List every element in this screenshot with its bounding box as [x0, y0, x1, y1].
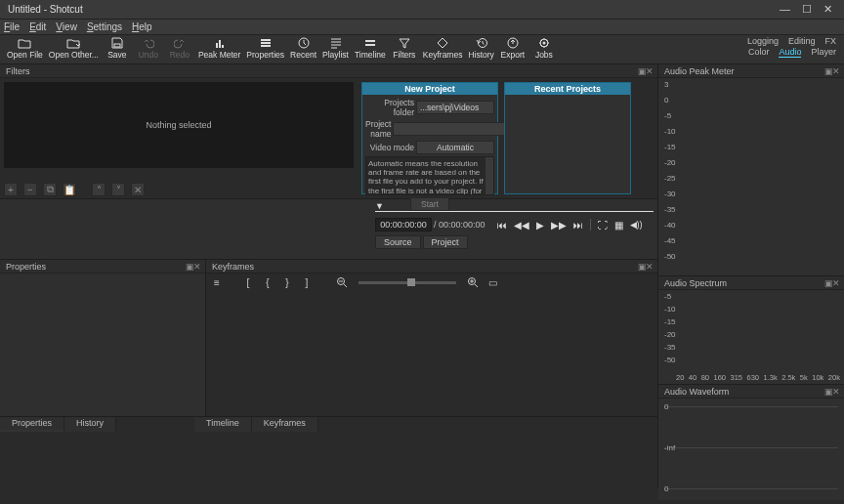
toolbar-history-button[interactable]: History: [465, 36, 496, 60]
grid-button[interactable]: ▦: [614, 220, 623, 231]
toolbar-save-button[interactable]: Save: [102, 36, 133, 60]
peak-scale-label: -5: [664, 111, 676, 120]
window-maximize[interactable]: ☐: [802, 3, 812, 16]
zoom-slider[interactable]: [359, 281, 456, 284]
keyframe-last[interactable]: }: [280, 275, 294, 289]
recent-projects-title: Recent Projects: [505, 83, 630, 95]
menu-bar: File Edit View Settings Help: [0, 20, 844, 35]
video-mode-description: Automatic means the resolution and frame…: [365, 156, 494, 195]
filters-panel-title: Filters: [6, 66, 30, 76]
svg-rect-0: [114, 44, 120, 47]
recent-projects-panel: Recent Projects: [504, 82, 631, 194]
zoom-in-icon[interactable]: [466, 275, 480, 289]
keyframe-set-last[interactable]: ]: [300, 275, 314, 289]
fast-forward-button[interactable]: ▶▶: [551, 220, 567, 231]
toolbar-open-other--button[interactable]: Open Other...: [46, 36, 102, 60]
video-mode-select[interactable]: Automatic: [416, 141, 494, 154]
menu-help[interactable]: Help: [132, 21, 152, 32]
zoom-out-icon[interactable]: [335, 275, 349, 289]
filter-remove-button[interactable]: −: [23, 183, 37, 196]
layout-fx[interactable]: FX: [824, 36, 836, 46]
project-name-input[interactable]: [393, 122, 505, 136]
tab-timeline[interactable]: Timeline: [194, 417, 252, 432]
filter-deselect-button[interactable]: ✕: [131, 183, 145, 196]
filter-add-button[interactable]: +: [4, 183, 18, 196]
properties-body: [0, 273, 205, 416]
rewind-button[interactable]: ◀◀: [514, 220, 529, 231]
layout-player[interactable]: Player: [811, 47, 836, 58]
peak-scale-label: -10: [664, 127, 676, 136]
menu-file[interactable]: File: [4, 21, 20, 32]
properties-panel-title: Properties: [6, 262, 46, 272]
svg-rect-9: [365, 44, 375, 46]
player-tab-project[interactable]: Project: [423, 235, 468, 249]
toolbar-timeline-button[interactable]: Timeline: [352, 36, 389, 60]
video-mode-label: Video mode: [365, 143, 414, 152]
audio-peak-meter: 30-5-10-15-20-25-30-35-40-45-50: [658, 78, 844, 275]
filters-preview: Nothing selected: [4, 82, 354, 168]
projects-folder-button[interactable]: ...sers\pj\Videos: [416, 101, 494, 114]
toolbar-undo-button[interactable]: Undo: [133, 36, 164, 60]
description-scrollbar[interactable]: [485, 157, 493, 194]
audio-spectrum-undock[interactable]: ▣ ✕: [824, 278, 838, 288]
player-tab-source[interactable]: Source: [375, 235, 421, 249]
toolbar-peak-meter-button[interactable]: Peak Meter: [195, 36, 243, 60]
skip-next-button[interactable]: ⏭: [573, 220, 583, 231]
peak-scale-label: -40: [664, 221, 676, 230]
svg-rect-4: [261, 39, 271, 41]
keyframe-set-first[interactable]: [: [241, 275, 255, 289]
svg-rect-5: [261, 42, 271, 44]
keyframes-panel-undock[interactable]: ▣ ✕: [638, 262, 652, 272]
filter-paste-button[interactable]: 📋: [63, 183, 76, 196]
menu-view[interactable]: View: [56, 21, 77, 32]
svg-point-13: [542, 42, 545, 45]
window-minimize[interactable]: —: [780, 3, 790, 16]
toolbar-redo-button[interactable]: Redo: [164, 36, 195, 60]
keyframes-panel-title: Keyframes: [212, 262, 254, 272]
audio-waveform-undock[interactable]: ▣ ✕: [824, 387, 838, 397]
layout-editing[interactable]: Editing: [788, 36, 816, 46]
zoom-fit-icon[interactable]: ▭: [485, 275, 499, 289]
duration-text: / 00:00:00:00: [434, 220, 485, 230]
peak-scale-label: -45: [664, 236, 676, 245]
zoom-fit-button[interactable]: ⛶: [598, 220, 608, 231]
filters-empty-text: Nothing selected: [146, 120, 211, 130]
filter-copy-button[interactable]: ⧉: [43, 183, 57, 196]
volume-button[interactable]: ◀)): [630, 220, 643, 230]
keyframe-first[interactable]: {: [261, 275, 274, 289]
layout-logging[interactable]: Logging: [747, 36, 779, 46]
filter-move-up-button[interactable]: ˄: [92, 183, 106, 196]
toolbar-keyframes-button[interactable]: Keyframes: [420, 36, 466, 60]
menu-settings[interactable]: Settings: [87, 21, 122, 32]
toolbar-jobs-button[interactable]: Jobs: [528, 36, 560, 60]
toolbar-recent-button[interactable]: Recent: [287, 36, 319, 60]
layout-audio[interactable]: Audio: [779, 47, 801, 58]
toolbar-properties-button[interactable]: Properties: [243, 36, 287, 60]
audio-peak-meter-title: Audio Peak Meter: [664, 66, 735, 76]
tab-properties[interactable]: Properties: [0, 417, 64, 432]
new-project-panel: New Project Projects folder ...sers\pj\V…: [361, 82, 498, 194]
window-title: Untitled - Shotcut: [4, 4, 780, 15]
play-button[interactable]: ▶: [536, 220, 544, 231]
audio-peak-undock[interactable]: ▣ ✕: [824, 66, 838, 76]
keyframes-menu-button[interactable]: ≡: [210, 275, 224, 289]
tab-keyframes[interactable]: Keyframes: [252, 417, 318, 432]
properties-panel-undock[interactable]: ▣ ✕: [186, 262, 199, 272]
menu-edit[interactable]: Edit: [29, 21, 46, 32]
toolbar-playlist-button[interactable]: Playlist: [319, 36, 352, 60]
svg-rect-6: [261, 45, 271, 47]
window-close[interactable]: ✕: [823, 3, 832, 16]
tab-history[interactable]: History: [64, 417, 116, 432]
peak-scale-label: -50: [664, 252, 676, 261]
audio-spectrum: -5-10-15-20-35-50 2040801603156301.3k2.5…: [658, 290, 844, 384]
layout-color[interactable]: Color: [748, 47, 770, 58]
start-button[interactable]: Start: [410, 197, 449, 211]
skip-previous-button[interactable]: ⏮: [497, 220, 507, 231]
svg-rect-1: [216, 43, 218, 48]
filters-panel-undock[interactable]: ▣ ✕: [638, 66, 652, 76]
toolbar-filters-button[interactable]: Filters: [389, 36, 420, 60]
timecode-input[interactable]: 00:00:00:00: [375, 218, 432, 231]
filter-move-down-button[interactable]: ˅: [111, 183, 125, 196]
toolbar-export-button[interactable]: Export: [497, 36, 528, 60]
toolbar-open-file-button[interactable]: Open File: [4, 36, 46, 60]
